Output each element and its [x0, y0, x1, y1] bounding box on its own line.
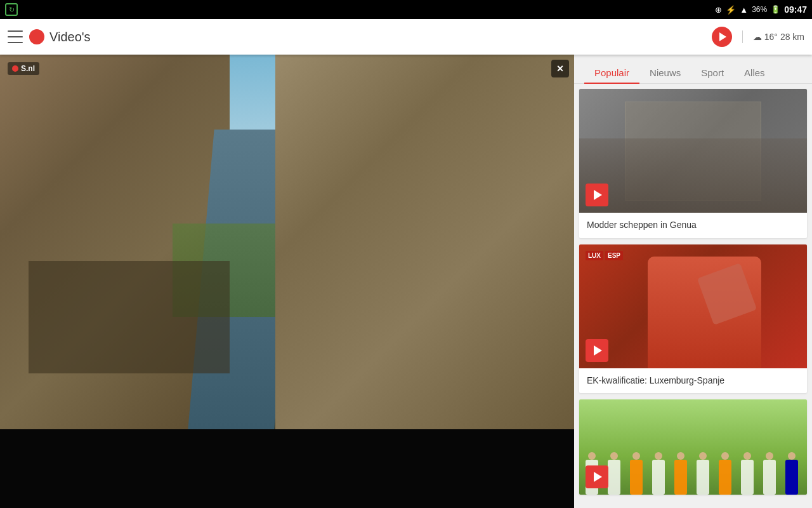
- status-bar-left: ↻: [5, 3, 18, 16]
- play-overlay-1: [586, 184, 608, 206]
- tabs-bar: Populair Nieuws Sport Alles: [574, 55, 812, 84]
- video-title-2: EK-kwalificatie: Luxemburg-Spanje: [579, 368, 807, 394]
- player-9: [763, 460, 776, 495]
- road-crowd: [29, 261, 230, 373]
- play-overlay-3: [586, 465, 608, 488]
- divider: [742, 30, 743, 43]
- tab-alles[interactable]: Alles: [734, 62, 775, 83]
- video-close-button[interactable]: ×: [551, 60, 569, 77]
- battery-level: 36%: [752, 5, 767, 14]
- thumb3-background: [579, 399, 807, 495]
- thumb1-crowd: [579, 138, 807, 213]
- time-display: 09:47: [784, 4, 807, 15]
- video-card-1[interactable]: Modder scheppen in Genua: [579, 89, 807, 238]
- thumbnail-2: LUX ESP: [579, 244, 807, 368]
- play-overlay-2: [586, 339, 608, 362]
- player-2: [608, 460, 620, 495]
- player-4: [652, 460, 665, 495]
- wifi-icon: ▲: [740, 5, 748, 15]
- score-badge-esp: ESP: [605, 251, 623, 260]
- video-card-3[interactable]: [579, 399, 807, 495]
- video-title-1: Modder scheppen in Genua: [579, 213, 807, 238]
- thumbnail-1: [579, 89, 807, 213]
- player-3-orange: [630, 460, 643, 495]
- main-content: S.nl × Populair Nieuws Sport Alles: [0, 55, 812, 508]
- app-title: Video's: [49, 30, 91, 44]
- thumbnail-3: [579, 399, 807, 495]
- weather-info: ☁ 16° 28 km: [753, 32, 804, 42]
- menu-button[interactable]: [8, 30, 23, 43]
- status-bar: ↻ ⊕ ⚡ ▲ 36% 🔋 09:47: [0, 0, 812, 19]
- logo-circle: [29, 29, 44, 44]
- app-bar-right: ☁ 16° 28 km: [712, 27, 804, 47]
- thumb2-background: LUX ESP: [579, 244, 807, 368]
- right-panel: Populair Nieuws Sport Alles: [574, 55, 812, 508]
- watermark-text: S.nl: [21, 64, 35, 73]
- play-button[interactable]: [712, 27, 732, 47]
- battery-icon: 🔋: [771, 5, 780, 14]
- weather-temp: 16°: [764, 32, 778, 42]
- player-8: [741, 460, 754, 495]
- thumb3-players: [579, 428, 807, 495]
- score-badge-lux: LUX: [586, 251, 603, 260]
- refresh-icon: ↻: [5, 3, 18, 16]
- app-logo: Video's: [29, 29, 91, 44]
- signal-icon: ⊕: [715, 5, 722, 15]
- video-controls: [0, 429, 574, 508]
- app-bar: Video's ☁ 16° 28 km: [0, 19, 812, 55]
- player-7-orange: [719, 460, 731, 495]
- weather-icon: ☁: [753, 32, 762, 42]
- buildings-right: [275, 55, 574, 429]
- video-background: [0, 55, 574, 429]
- player-10-orange: [785, 460, 798, 495]
- status-bar-right: ⊕ ⚡ ▲ 36% 🔋 09:47: [715, 4, 807, 15]
- video-panel: S.nl ×: [0, 55, 574, 508]
- tab-nieuws[interactable]: Nieuws: [639, 62, 691, 83]
- video-card-2[interactable]: LUX ESP EK-kwalificatie: Luxemburg-Spanj…: [579, 244, 807, 394]
- video-watermark: S.nl: [8, 62, 39, 75]
- bluetooth-icon: ⚡: [726, 5, 736, 15]
- thumb1-background: [579, 89, 807, 213]
- thumb2-score-overlay: LUX ESP: [586, 251, 623, 260]
- video-list: Modder scheppen in Genua LUX ESP EK-kwa: [574, 84, 812, 508]
- weather-dist: 28 km: [780, 32, 804, 42]
- video-frame[interactable]: S.nl ×: [0, 55, 574, 429]
- close-icon: ×: [557, 62, 564, 76]
- tab-sport[interactable]: Sport: [691, 62, 734, 83]
- player-6: [697, 460, 709, 495]
- tab-populair[interactable]: Populair: [584, 62, 639, 83]
- watermark-dot: [12, 65, 18, 72]
- player-5-orange: [674, 460, 687, 495]
